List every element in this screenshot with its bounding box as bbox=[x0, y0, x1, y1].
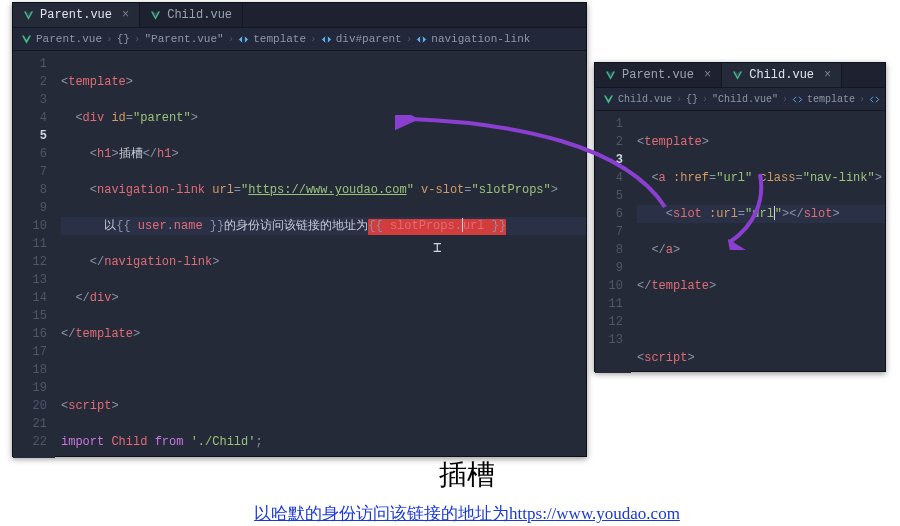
code-row[interactable]: import Child from './Child'; bbox=[61, 433, 586, 451]
tag-icon bbox=[416, 34, 427, 45]
crumb-a[interactable]: a.nav-link bbox=[884, 94, 885, 105]
output-link[interactable]: 以哈默的身份访问该链接的地址为https://www.youdao.com bbox=[254, 504, 680, 523]
vue-icon bbox=[732, 70, 743, 81]
crumb-braces[interactable]: {} bbox=[686, 94, 698, 105]
crumb-template[interactable]: template bbox=[253, 33, 306, 45]
tab-label: Parent.vue bbox=[622, 68, 694, 82]
close-icon[interactable]: × bbox=[704, 68, 711, 82]
code-row[interactable]: </div> bbox=[61, 289, 586, 307]
code-row[interactable]: </template> bbox=[637, 277, 885, 295]
crumb-div[interactable]: div#parent bbox=[336, 33, 402, 45]
editor-pane-left: Parent.vue × Child.vue Parent.vue› {}› "… bbox=[12, 2, 587, 457]
tag-icon bbox=[321, 34, 332, 45]
tab-parent-vue[interactable]: Parent.vue × bbox=[595, 63, 722, 87]
code-row[interactable]: <div id="parent"> bbox=[61, 109, 586, 127]
crumb-name[interactable]: "Child.vue" bbox=[712, 94, 778, 105]
vue-icon bbox=[603, 94, 614, 105]
code-area[interactable]: 1234 5678 9101112 13141516 17181920 2122… bbox=[13, 51, 586, 458]
code-row[interactable]: <script> bbox=[61, 397, 586, 415]
tab-label: Child.vue bbox=[167, 8, 232, 22]
tag-icon bbox=[792, 94, 803, 105]
output-heading: 插槽 bbox=[237, 456, 697, 494]
crumb-name[interactable]: "Parent.vue" bbox=[144, 33, 223, 45]
line-gutter: 1234 5678 9101112 13 bbox=[595, 111, 631, 373]
code-row[interactable]: </template> bbox=[61, 325, 586, 343]
code-row[interactable] bbox=[637, 313, 885, 331]
code-row[interactable]: </navigation-link> bbox=[61, 253, 586, 271]
crumb-file[interactable]: Parent.vue bbox=[36, 33, 102, 45]
code-row[interactable] bbox=[61, 361, 586, 379]
code-row[interactable]: <a :href="url" class="nav-link"> bbox=[637, 169, 885, 187]
code-row[interactable]: <template> bbox=[61, 73, 586, 91]
code-row-current[interactable]: <slot :url="url"></slot> bbox=[637, 205, 885, 223]
tab-label: Child.vue bbox=[749, 68, 814, 82]
rendered-output: 插槽 以哈默的身份访问该链接的地址为https://www.youdao.com bbox=[237, 456, 697, 525]
editor-pane-right: Parent.vue × Child.vue × Child.vue› {}› … bbox=[594, 62, 886, 372]
tab-child-vue[interactable]: Child.vue bbox=[140, 3, 243, 27]
line-gutter: 1234 5678 9101112 13141516 17181920 2122 bbox=[13, 51, 55, 458]
tab-child-vue[interactable]: Child.vue × bbox=[722, 63, 842, 87]
close-icon[interactable]: × bbox=[122, 8, 129, 22]
tab-bar: Parent.vue × Child.vue bbox=[13, 3, 586, 28]
text-caret bbox=[774, 206, 775, 220]
breadcrumb[interactable]: Child.vue› {}› "Child.vue"› template› a.… bbox=[595, 88, 885, 111]
code-row[interactable]: <script> bbox=[637, 349, 885, 367]
crumb-braces[interactable]: {} bbox=[117, 33, 130, 45]
crumb-template[interactable]: template bbox=[807, 94, 855, 105]
tab-label: Parent.vue bbox=[40, 8, 112, 22]
vue-icon bbox=[23, 10, 34, 21]
tab-parent-vue[interactable]: Parent.vue × bbox=[13, 3, 140, 27]
breadcrumb[interactable]: Parent.vue› {}› "Parent.vue"› template› … bbox=[13, 28, 586, 51]
vue-icon bbox=[21, 34, 32, 45]
code-row[interactable]: <template> bbox=[637, 133, 885, 151]
code-row[interactable]: <h1>插槽</h1> bbox=[61, 145, 586, 163]
vue-icon bbox=[150, 10, 161, 21]
code-lines[interactable]: <template> <div id="parent"> <h1>插槽</h1>… bbox=[55, 51, 586, 458]
vue-icon bbox=[605, 70, 616, 81]
crumb-navlink[interactable]: navigation-link bbox=[431, 33, 530, 45]
code-area[interactable]: 1234 5678 9101112 13 <template> <a :href… bbox=[595, 111, 885, 373]
tag-icon bbox=[238, 34, 249, 45]
close-icon[interactable]: × bbox=[824, 68, 831, 82]
tag-icon bbox=[869, 94, 880, 105]
crumb-file[interactable]: Child.vue bbox=[618, 94, 672, 105]
code-lines[interactable]: <template> <a :href="url" class="nav-lin… bbox=[631, 111, 885, 373]
code-row[interactable]: </a> bbox=[637, 241, 885, 259]
code-row[interactable]: <navigation-link url="https://www.youdao… bbox=[61, 181, 586, 199]
tab-bar: Parent.vue × Child.vue × bbox=[595, 63, 885, 88]
code-row-current[interactable]: 以{{ user.name }}的身份访问该链接的地址为{{ slotProps… bbox=[61, 217, 586, 235]
